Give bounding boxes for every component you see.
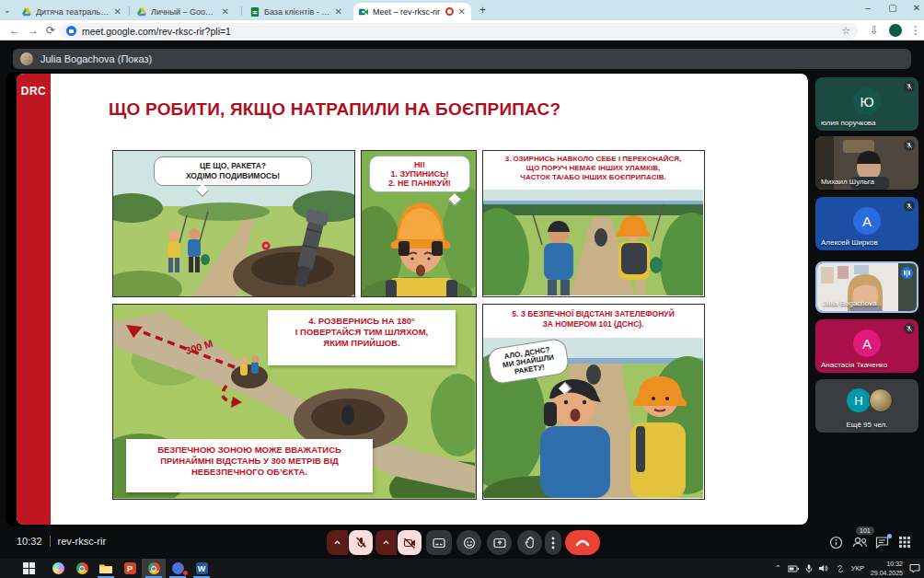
- comic-panel-2: НІ! 1. ЗУПИНИСЬ! 2. НЕ ПАНІКУЙ!: [361, 150, 477, 297]
- site-info-icon[interactable]: [66, 26, 76, 36]
- meeting-details-icon[interactable]: [829, 536, 844, 550]
- present-screen-button[interactable]: [487, 530, 512, 555]
- start-button[interactable]: [17, 559, 40, 578]
- panel4-caption-box: 4. РОЗВЕРНИСЬ НА 180° І ПОВЕРТАЙСЯ ТИМ Ш…: [268, 310, 456, 365]
- presenter-banner: Julia Bogachova (Показ): [13, 49, 911, 69]
- drc-logo: DRC: [17, 85, 51, 98]
- tab-title: Личный – Google Диск: [151, 7, 217, 17]
- language-indicator[interactable]: УКР: [851, 564, 864, 572]
- participant-avatar: А: [853, 329, 881, 357]
- participant-tile-active-speaker[interactable]: Julia Bogachova: [815, 261, 918, 313]
- window-close-button[interactable]: ✕: [910, 0, 923, 17]
- tab-title: Дитяча театральна студія – G: [36, 7, 110, 17]
- panel4-note-box: БЕЗПЕЧНОЮ ЗОНОЮ МОЖЕ ВВАЖАТИСЬ ПРИНАЙМНІ…: [126, 439, 373, 492]
- window-minimize-button[interactable]: –: [861, 0, 874, 17]
- tray-clock[interactable]: 10:32 29.04.2025: [871, 560, 903, 576]
- participant-tile[interactable]: Михаил Шульга: [815, 136, 918, 190]
- file-explorer-icon[interactable]: [94, 559, 118, 578]
- notification-center-icon[interactable]: [909, 563, 920, 573]
- tray-expand-icon[interactable]: ⌃: [775, 564, 781, 572]
- more-options-button[interactable]: [545, 530, 561, 555]
- tab-close-icon[interactable]: ✕: [335, 7, 342, 17]
- raise-hand-button[interactable]: [517, 530, 542, 555]
- tab-search-icon[interactable]: ⌄: [4, 6, 11, 15]
- camera-options-chevron[interactable]: [375, 530, 397, 555]
- tab-close-icon[interactable]: ✕: [222, 7, 229, 17]
- url-text: meet.google.com/rev-rksc-rir?pli=1: [82, 26, 231, 37]
- bluetooth-link-icon[interactable]: [836, 564, 845, 573]
- back-icon[interactable]: ←: [7, 23, 22, 38]
- new-tab-button[interactable]: +: [479, 4, 486, 17]
- captions-button[interactable]: [426, 530, 452, 555]
- participant-avatar: Ю: [853, 87, 881, 115]
- chat-panel-icon[interactable]: [875, 536, 890, 550]
- copilot-icon[interactable]: [46, 559, 70, 578]
- comic-panel-5: 5. З БЕЗПЕЧНОЇ ВІДСТАНІ ЗАТЕЛЕФОНУЙ ЗА Н…: [482, 304, 705, 500]
- mic-options-chevron[interactable]: [327, 530, 348, 555]
- tray-mic-icon[interactable]: [805, 564, 813, 573]
- profile-avatar[interactable]: [889, 24, 902, 37]
- tab-theatre-studio[interactable]: Дитяча театральна студія – G ✕: [17, 3, 127, 20]
- participant-avatar: А: [853, 207, 881, 235]
- more-participants-label: Ещё 95 чел.: [847, 421, 888, 429]
- activities-grid-icon[interactable]: [898, 536, 913, 550]
- word-icon[interactable]: W: [190, 559, 214, 578]
- friend-yellow: [630, 376, 687, 498]
- save-share-icon[interactable]: ⇩: [867, 23, 882, 38]
- end-call-button[interactable]: [565, 530, 600, 555]
- presentation-tile[interactable]: DRC ЩО РОБИТИ, ЯКЩО НАТРАПИЛИ НА БОЄПРИП…: [6, 72, 808, 526]
- tab-title: Meet – rev-rksc-rir: [373, 7, 441, 17]
- browser-tab-strip: ⌄ Дитяча театральна студія – G ✕ Личный …: [0, 0, 924, 20]
- window-maximize-button[interactable]: ▢: [886, 0, 899, 17]
- powerpoint-icon[interactable]: P: [118, 559, 142, 578]
- participant-tile[interactable]: Ю юлия поручкова: [815, 77, 918, 131]
- divider: [50, 536, 51, 547]
- chrome-icon[interactable]: [70, 559, 94, 578]
- google-drive-icon: [137, 7, 146, 17]
- messenger-icon[interactable]: [166, 559, 190, 578]
- reactions-button[interactable]: [456, 530, 481, 555]
- mic-muted-button[interactable]: [349, 530, 373, 555]
- windows-taskbar: P W ⌃ УКР 10:32 29.04.2025: [0, 559, 924, 578]
- mic-muted-icon: [904, 323, 915, 334]
- participant-name: Julia Bogachova: [823, 299, 877, 307]
- battery-icon[interactable]: [788, 565, 799, 572]
- tray-date: 29.04.2025: [871, 569, 903, 577]
- bookmark-star-icon[interactable]: ☆: [841, 25, 850, 37]
- tab-separator: [241, 6, 242, 16]
- clock-time: 10:32: [17, 536, 42, 547]
- shared-slide: DRC ЩО РОБИТИ, ЯКЩО НАТРАПИЛИ НА БОЄПРИП…: [17, 74, 808, 525]
- volume-icon[interactable]: [819, 564, 829, 572]
- meeting-code: rev-rksc-rir: [58, 536, 107, 547]
- presenter-name: Julia Bogachova (Показ): [40, 53, 152, 64]
- participant-avatar: Н: [847, 388, 871, 412]
- address-bar[interactable]: meet.google.com/rev-rksc-rir?pli=1 ☆: [59, 23, 858, 39]
- participant-tile[interactable]: А Алексей Ширков: [815, 197, 918, 250]
- presenter-avatar: [20, 52, 33, 65]
- recording-indicator-icon: [445, 7, 454, 16]
- forward-icon[interactable]: →: [26, 23, 40, 38]
- tab-close-icon[interactable]: ✕: [458, 7, 466, 17]
- tab-client-base-sheets[interactable]: База клієнтів - Google Табли... ✕: [245, 3, 348, 20]
- slide-title: ЩО РОБИТИ, ЯКЩО НАТРАПИЛИ НА БОЄПРИПАС?: [109, 99, 624, 120]
- comic-panel-4: 300 М 4. РОЗВЕРНИСЬ НА 180° І ПОВЕРТАЙСЯ…: [112, 304, 477, 500]
- chrome-active-icon[interactable]: [142, 559, 166, 578]
- reload-icon[interactable]: ⟳: [43, 23, 58, 38]
- tab-personal-drive[interactable]: Личный – Google Диск ✕: [132, 3, 235, 20]
- more-participants-tile[interactable]: Н Ещё 95 чел.: [815, 379, 918, 433]
- speaking-indicator-icon: [901, 267, 913, 279]
- drc-red-strip: [17, 74, 51, 525]
- meet-control-bar: 10:32 rev-rksc-rir: [0, 526, 924, 559]
- google-meet-icon: [359, 7, 368, 17]
- mic-muted-icon: [904, 140, 915, 151]
- people-panel-icon[interactable]: [852, 536, 867, 550]
- participant-tile[interactable]: А Анастасія Ткаченко: [815, 319, 918, 373]
- speech-bubble: ЦЕ ЩО, РАКЕТА? ХОДІМО ПОДИВИМОСЬ!: [154, 156, 312, 186]
- tray-time: 10:32: [871, 560, 903, 568]
- tab-close-icon[interactable]: ✕: [114, 7, 121, 17]
- browser-toolbar: ← → ⟳ meet.google.com/rev-rksc-rir?pli=1…: [0, 20, 924, 40]
- tab-meet-active[interactable]: Meet – rev-rksc-rir ✕: [353, 3, 471, 20]
- tab-title: База клієнтів - Google Табли...: [264, 7, 330, 17]
- camera-off-button[interactable]: [398, 530, 422, 555]
- browser-menu-icon[interactable]: ⋮: [908, 23, 923, 38]
